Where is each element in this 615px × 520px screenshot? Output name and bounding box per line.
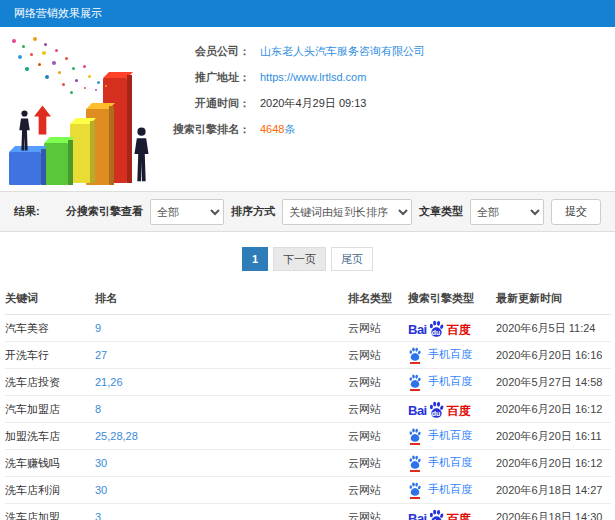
mobile-baidu-logo: 手机百度 xyxy=(408,428,472,443)
member-company-row: 会员公司： 山东老人头汽车服务咨询有限公司 xyxy=(138,38,615,64)
sort-select[interactable]: 关键词由短到长排序 xyxy=(282,199,412,225)
baidu-paw-icon xyxy=(408,374,422,388)
table-row: 汽车加盟店8云网站Baidu百度2020年6月20日 16:12 xyxy=(5,396,611,423)
updated-time-cell: 2020年6月20日 16:16 xyxy=(496,342,611,369)
keyword-cell: 加盟洗车店 xyxy=(5,423,95,450)
table-row: 开洗车行27云网站手机百度2020年6月20日 16:16 xyxy=(5,342,611,369)
header-rank-type: 排名类型 xyxy=(348,283,408,315)
table-row: 洗车店加盟3云网站Baidu百度2020年6月18日 14:30 xyxy=(5,504,611,520)
page-title: 网络营销效果展示 xyxy=(14,6,102,21)
keyword-cell: 开洗车行 xyxy=(5,342,95,369)
article-type-label: 文章类型 xyxy=(419,204,463,219)
keyword-cell: 汽车加盟店 xyxy=(5,396,95,423)
rank-type-cell: 云网站 xyxy=(348,504,408,520)
pagination: 1 下一页 尾页 xyxy=(0,232,615,283)
rank-link[interactable]: 30 xyxy=(95,457,107,469)
rank-cell: 30 xyxy=(95,477,348,504)
filter-controls: 分搜索引擎查看 全部 排序方式 关键词由短到长排序 文章类型 全部 提交 xyxy=(66,199,601,225)
rank-link[interactable]: 8 xyxy=(95,403,101,415)
illus-bar-green xyxy=(44,143,68,185)
keyword-cell: 汽车美容 xyxy=(5,315,95,342)
mobile-baidu-logo: 手机百度 xyxy=(408,482,472,497)
rank-type-cell: 云网站 xyxy=(348,450,408,477)
mobile-baidu-logo: 手机百度 xyxy=(408,374,472,389)
account-info: 会员公司： 山东老人头汽车服务咨询有限公司 推广地址： https://www.… xyxy=(138,27,615,142)
last-page-button[interactable]: 尾页 xyxy=(331,247,373,271)
mobile-baidu-logo: 手机百度 xyxy=(408,455,472,470)
rank-type-cell: 云网站 xyxy=(348,423,408,450)
keyword-cell: 洗车店利润 xyxy=(5,477,95,504)
filter-bar: 结果: 分搜索引擎查看 全部 排序方式 关键词由短到长排序 文章类型 全部 提交 xyxy=(0,191,615,232)
table-row: 洗车赚钱吗30云网站手机百度2020年6月20日 16:12 xyxy=(5,450,611,477)
baidu-logo: Baidu百度 xyxy=(408,509,471,520)
illus-bar-yellow xyxy=(70,124,90,183)
engine-filter-label: 分搜索引擎查看 xyxy=(66,204,143,219)
member-company-link[interactable]: 山东老人头汽车服务咨询有限公司 xyxy=(260,44,425,59)
table-row: 洗车店利润30云网站手机百度2020年6月18日 14:27 xyxy=(5,477,611,504)
info-section: 会员公司： 山东老人头汽车服务咨询有限公司 推广地址： https://www.… xyxy=(0,27,615,191)
rank-count: 4648 xyxy=(260,123,284,135)
bar-chart-illustration xyxy=(0,29,160,189)
result-label: 结果: xyxy=(14,204,40,219)
updated-time-cell: 2020年6月18日 14:27 xyxy=(496,477,611,504)
engine-type-cell: 手机百度 xyxy=(408,342,496,369)
baidu-paw-icon xyxy=(408,455,422,469)
rank-table: 关键词 排名 排名类型 搜索引擎类型 最新更新时间 汽车美容9云网站Baidu百… xyxy=(5,283,611,520)
rank-link[interactable]: 21,26 xyxy=(95,376,123,388)
businessman-left-icon xyxy=(17,110,32,152)
illus-bar-blue xyxy=(9,152,41,185)
header-updated: 最新更新时间 xyxy=(496,283,611,315)
rank-cell: 25,28,28 xyxy=(95,423,348,450)
rank-link[interactable]: 30 xyxy=(95,484,107,496)
open-time-value: 2020年4月29日 09:13 xyxy=(260,96,366,111)
rank-table-body: 汽车美容9云网站Baidu百度2020年6月5日 11:24开洗车行27云网站手… xyxy=(5,315,611,520)
engine-type-cell: 手机百度 xyxy=(408,477,496,504)
rank-cell: 30 xyxy=(95,450,348,477)
engine-rank-row: 搜索引擎排名： 4648条 xyxy=(138,116,615,142)
rank-link[interactable]: 27 xyxy=(95,349,107,361)
article-type-select[interactable]: 全部 xyxy=(470,199,544,225)
rank-type-cell: 云网站 xyxy=(348,477,408,504)
promo-url-row: 推广地址： https://www.lrtlsd.com xyxy=(138,64,615,90)
header-rank: 排名 xyxy=(95,283,348,315)
up-arrow-icon xyxy=(34,105,51,137)
keyword-cell: 洗车店加盟 xyxy=(5,504,95,520)
rank-link[interactable]: 9 xyxy=(95,322,101,334)
rank-cell: 27 xyxy=(95,342,348,369)
table-header-row: 关键词 排名 排名类型 搜索引擎类型 最新更新时间 xyxy=(5,283,611,315)
top-bar: 网络营销效果展示 xyxy=(0,0,615,27)
page-1-button[interactable]: 1 xyxy=(242,247,268,271)
next-page-button[interactable]: 下一页 xyxy=(273,247,326,271)
rank-type-cell: 云网站 xyxy=(348,396,408,423)
engine-type-cell: 手机百度 xyxy=(408,450,496,477)
baidu-logo: Baidu百度 xyxy=(408,320,471,336)
table-row: 汽车美容9云网站Baidu百度2020年6月5日 11:24 xyxy=(5,315,611,342)
rank-link[interactable]: 3 xyxy=(95,511,101,520)
header-keyword: 关键词 xyxy=(5,283,95,315)
open-time-row: 开通时间： 2020年4月29日 09:13 xyxy=(138,90,615,116)
updated-time-cell: 2020年6月18日 14:30 xyxy=(496,504,611,520)
updated-time-cell: 2020年6月20日 16:12 xyxy=(496,396,611,423)
updated-time-cell: 2020年6月20日 16:12 xyxy=(496,450,611,477)
baidu-paw-icon xyxy=(408,347,422,361)
baidu-paw-icon xyxy=(408,482,422,496)
businessman-right-icon xyxy=(132,127,151,183)
submit-button[interactable]: 提交 xyxy=(551,199,601,225)
rank-type-cell: 云网站 xyxy=(348,342,408,369)
promo-url-link[interactable]: https://www.lrtlsd.com xyxy=(260,71,366,83)
engine-rank-value: 4648条 xyxy=(260,122,295,137)
rank-unit: 条 xyxy=(284,123,295,135)
updated-time-cell: 2020年6月20日 16:11 xyxy=(496,423,611,450)
rank-type-cell: 云网站 xyxy=(348,369,408,396)
engine-type-cell: Baidu百度 xyxy=(408,504,496,520)
table-row: 洗车店投资21,26云网站手机百度2020年5月27日 14:58 xyxy=(5,369,611,396)
rank-link[interactable]: 25,28,28 xyxy=(95,430,138,442)
engine-filter-select[interactable]: 全部 xyxy=(150,199,224,225)
rank-cell: 9 xyxy=(95,315,348,342)
rank-type-cell: 云网站 xyxy=(348,315,408,342)
keyword-cell: 洗车店投资 xyxy=(5,369,95,396)
keyword-cell: 洗车赚钱吗 xyxy=(5,450,95,477)
engine-type-cell: 手机百度 xyxy=(408,423,496,450)
engine-type-cell: Baidu百度 xyxy=(408,315,496,342)
header-engine-type: 搜索引擎类型 xyxy=(408,283,496,315)
